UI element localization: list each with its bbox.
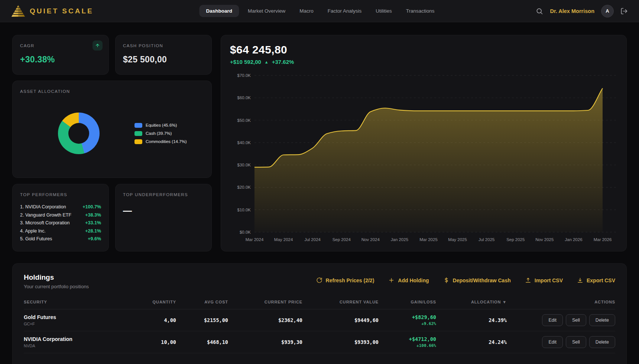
- performer-name: 4. Apple Inc.: [20, 228, 46, 234]
- legend-item-equities[interactable]: Equities (45.6%): [134, 123, 187, 128]
- legend-swatch: [134, 139, 142, 144]
- svg-text:Jan 2025: Jan 2025: [391, 237, 408, 242]
- up-triangle-icon: ▲: [265, 60, 269, 64]
- gain-amount: +$829,60: [379, 314, 436, 320]
- toolbar-button-label: Export CSV: [587, 277, 615, 283]
- security-cell: NVIDIA CorporationNVDA: [24, 336, 135, 348]
- svg-text:$50.0K: $50.0K: [237, 118, 251, 123]
- nav-item-transactions[interactable]: Transactions: [401, 5, 440, 17]
- import-icon: [525, 277, 531, 283]
- pyramid-logo-icon: [11, 5, 25, 17]
- top-performers-card: TOP PERFORMERS 1. NVIDIA Corporation+100…: [12, 184, 109, 251]
- cagr-card: CAGR +30.38%: [12, 35, 109, 75]
- gain-percent: +100.66%: [379, 343, 436, 348]
- gain-percent: +9.62%: [379, 321, 436, 326]
- plus-icon: [388, 277, 395, 283]
- column-header-gain-loss[interactable]: GAIN/LOSS: [379, 300, 436, 304]
- legend-item-cash[interactable]: Cash (39.7%): [134, 131, 187, 136]
- brand-name: QUIET SCALE: [30, 7, 94, 15]
- security-cell: Gold FuturesGC=F: [24, 314, 135, 326]
- avg-cost-cell: $2155,00: [176, 317, 228, 323]
- portfolio-chart-card: $64 245,80 +$10 592,00 ▲ +37.62% $0.0K$1…: [221, 35, 627, 251]
- refresh-prices-2-2-button[interactable]: Refresh Prices (2/2): [316, 277, 374, 283]
- search-icon[interactable]: [536, 7, 543, 15]
- holdings-card: Holdings Your current portfolio position…: [12, 263, 627, 364]
- empty-dash: —: [123, 209, 204, 212]
- column-header-avg-cost[interactable]: AVG COST: [176, 300, 228, 304]
- brand: QUIET SCALE: [11, 5, 94, 17]
- nav-item-utilities[interactable]: Utilities: [370, 5, 397, 17]
- security-name: NVIDIA Corporation: [24, 336, 135, 342]
- actions-cell: EditSellDelete: [507, 314, 615, 326]
- top-underperformers-card: TOP UNDERPERFORMERS —: [115, 184, 212, 251]
- toolbar-button-label: Add Holding: [398, 277, 429, 283]
- performer-change: +9.6%: [88, 236, 101, 241]
- avg-cost-cell: $468,10: [176, 339, 228, 345]
- allocation-donut-chart: [58, 113, 100, 154]
- column-header-security[interactable]: SECURITY: [24, 300, 135, 304]
- holdings-title-block: Holdings Your current portfolio position…: [24, 273, 89, 289]
- svg-text:May 2024: May 2024: [274, 237, 293, 242]
- toolbar-button-label: Deposit/Withdraw Cash: [453, 277, 511, 283]
- legend-item-commodities[interactable]: Commodities (14.7%): [134, 139, 187, 144]
- svg-text:Nov 2025: Nov 2025: [535, 237, 554, 242]
- svg-text:Mar 2025: Mar 2025: [419, 237, 438, 242]
- gain-loss-cell: +$4712,00+100.66%: [379, 336, 436, 348]
- nav-item-macro[interactable]: Macro: [294, 5, 319, 17]
- svg-text:Jul 2025: Jul 2025: [479, 237, 494, 242]
- security-name: Gold Futures: [24, 314, 135, 320]
- refresh-icon: [316, 277, 322, 283]
- sell-button[interactable]: Sell: [566, 336, 586, 348]
- performer-name: 5. Gold Futures: [20, 236, 52, 241]
- top-performers-label: TOP PERFORMERS: [20, 192, 67, 197]
- holdings-toolbar: Refresh Prices (2/2)Add HoldingDeposit/W…: [316, 277, 615, 283]
- column-header-current-price[interactable]: CURRENT PRICE: [228, 300, 302, 304]
- nav-item-market-overview[interactable]: Market Overview: [243, 5, 291, 17]
- sell-button[interactable]: Sell: [566, 314, 586, 326]
- nav-item-factor-analysis[interactable]: Factor Analysis: [322, 5, 367, 17]
- performer-row: 5. Gold Futures+9.6%: [20, 236, 101, 241]
- column-header-allocation[interactable]: ALLOCATION ▼: [436, 300, 507, 304]
- avatar[interactable]: A: [601, 5, 614, 17]
- allocation-legend: Equities (45.6%)Cash (39.7%)Commodities …: [134, 123, 187, 144]
- legend-label: Equities (45.6%): [146, 123, 177, 127]
- svg-text:Sep 2024: Sep 2024: [333, 237, 351, 242]
- performer-row: 1. NVIDIA Corporation+100.7%: [20, 204, 101, 209]
- current-value-cell: $9393,00: [302, 339, 379, 345]
- legend-label: Commodities (14.7%): [146, 139, 187, 144]
- performer-row: 3. Microsoft Corporation+33.1%: [20, 220, 101, 225]
- column-header-actions[interactable]: ACTIONS: [507, 300, 615, 304]
- logout-icon[interactable]: [620, 7, 628, 15]
- cagr-value: +30.38%: [20, 55, 101, 65]
- import-csv-button[interactable]: Import CSV: [525, 277, 563, 283]
- nav-item-dashboard[interactable]: Dashboard: [199, 5, 239, 17]
- column-header-current-value[interactable]: CURRENT VALUE: [302, 300, 379, 304]
- performer-change: +28.1%: [85, 228, 101, 234]
- allocation-cell: 24.24%: [436, 339, 507, 345]
- delete-button[interactable]: Delete: [589, 314, 615, 326]
- column-header-quantity[interactable]: QUANTITY: [135, 300, 176, 304]
- user-name[interactable]: Dr. Alex Morrison: [550, 8, 594, 14]
- performer-name: 2. Vanguard Growth ETF: [20, 212, 71, 218]
- edit-button[interactable]: Edit: [542, 314, 563, 326]
- performer-change: +100.7%: [82, 204, 101, 209]
- delete-button[interactable]: Delete: [589, 336, 615, 348]
- performer-name: 3. Microsoft Corporation: [20, 220, 69, 225]
- current-price-cell: $2362,40: [228, 317, 302, 323]
- portfolio-change: +$10 592,00 ▲ +37.62%: [230, 59, 617, 65]
- performer-row: 4. Apple Inc.+28.1%: [20, 228, 101, 234]
- performer-row: 2. Vanguard Growth ETF+38.3%: [20, 212, 101, 218]
- svg-text:$10.0K: $10.0K: [237, 208, 251, 212]
- add-holding-button[interactable]: Add Holding: [388, 277, 429, 283]
- export-icon: [577, 277, 583, 283]
- svg-text:Mar 2026: Mar 2026: [594, 237, 612, 242]
- edit-button[interactable]: Edit: [542, 336, 563, 348]
- deposit-withdraw-cash-button[interactable]: Deposit/Withdraw Cash: [443, 277, 511, 283]
- svg-text:Nov 2024: Nov 2024: [361, 237, 380, 242]
- portfolio-chart: $0.0K$10.0K$20.0K$30.0K$40.0K$50.0K$60.0…: [230, 70, 617, 244]
- svg-text:$0.0K: $0.0K: [240, 230, 251, 234]
- export-csv-button[interactable]: Export CSV: [577, 277, 615, 283]
- security-ticker: NVDA: [24, 344, 135, 348]
- performers-list: 1. NVIDIA Corporation+100.7%2. Vanguard …: [20, 204, 101, 241]
- portfolio-value: $64 245,80: [230, 43, 617, 56]
